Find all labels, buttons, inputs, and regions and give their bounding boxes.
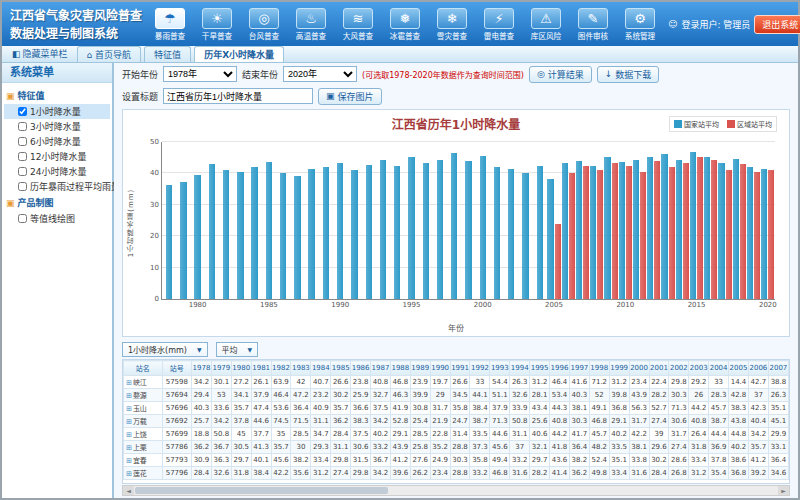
compute-button[interactable]: ◎ 计算结果 — [529, 66, 592, 83]
nav-item-高温普查[interactable]: ♨高温普查 — [289, 8, 333, 41]
column-header-year[interactable]: 1990 — [430, 361, 450, 376]
expand-icon[interactable]: ⊞ — [126, 392, 132, 400]
nav-item-雷电普查[interactable]: ⚡雷电普查 — [477, 8, 521, 41]
tree-group-特征值[interactable]: ▣特征值 — [4, 87, 110, 104]
column-header-year[interactable]: 2007 — [768, 361, 788, 376]
nav-item-暴雨普查[interactable]: ☂暴雨普查 — [148, 8, 192, 41]
start-year-select[interactable]: 1978年 — [163, 66, 237, 82]
nav-item-label: 大风普查 — [337, 30, 379, 40]
column-header-year[interactable]: 1995 — [530, 361, 550, 376]
expand-icon[interactable]: ⊞ — [126, 431, 132, 439]
column-header-year[interactable]: 2003 — [689, 361, 709, 376]
sidebar-item-历年暴雨过程平均雨量[interactable]: 历年暴雨过程平均雨量 — [4, 179, 110, 194]
column-header-year[interactable]: 1982 — [271, 361, 291, 376]
column-header-year[interactable]: 2002 — [669, 361, 689, 376]
item-checkbox[interactable] — [18, 137, 27, 146]
column-header-year[interactable]: 1993 — [490, 361, 510, 376]
column-header-year[interactable]: 1979 — [211, 361, 231, 376]
table-row[interactable]: ⊞峡江5759834.230.127.226.163.94240.726.623… — [124, 376, 789, 389]
save-image-button[interactable]: ▣ 保存图片 — [318, 88, 382, 105]
column-header-year[interactable]: 1998 — [589, 361, 609, 376]
expand-icon[interactable]: ⊞ — [126, 405, 132, 413]
column-header-year[interactable]: 1978 — [192, 361, 212, 376]
item-checkbox[interactable] — [18, 122, 27, 131]
column-header-year[interactable]: 1994 — [510, 361, 530, 376]
metric-dropdown[interactable]: 1小时降水(mm) ▼ — [122, 342, 208, 357]
nav-item-干旱普查[interactable]: ☀干旱普查 — [195, 8, 239, 41]
column-header-year[interactable]: 2001 — [649, 361, 669, 376]
value-cell: 44.3 — [550, 402, 570, 415]
aggregation-dropdown[interactable]: 平均 ▼ — [216, 342, 259, 357]
column-header-year[interactable]: 1985 — [331, 361, 351, 376]
scrollbar-thumb[interactable] — [135, 487, 388, 494]
tree-group-产品制图[interactable]: ▣产品制图 — [4, 194, 110, 211]
table-row[interactable]: ⊞上栗5778636.236.730.541.335.73029.331.130… — [124, 441, 789, 454]
column-header-year[interactable]: 1980 — [231, 361, 251, 376]
column-header-站号[interactable]: 站号 — [162, 361, 191, 376]
column-header-站名[interactable]: 站名 — [124, 361, 163, 376]
column-header-year[interactable]: 1999 — [609, 361, 629, 376]
download-button[interactable]: ↓ 数据下载 — [597, 66, 660, 83]
y-tick-label: 10 — [150, 264, 162, 272]
sidebar-item-等值线绘图[interactable]: 等值线绘图 — [4, 211, 110, 226]
column-header-year[interactable]: 1988 — [390, 361, 410, 376]
nav-item-台风普查[interactable]: ◎台风普查 — [242, 8, 286, 41]
tab-历年X小时降水量[interactable]: 历年X小时降水量 — [194, 46, 284, 62]
sidebar-item-24小时降水量[interactable]: 24小时降水量 — [4, 164, 110, 179]
sidebar-item-6小时降水量[interactable]: 6小时降水量 — [4, 134, 110, 149]
table-row[interactable]: ⊞玉山5769640.333.635.747.453.636.440.935.7… — [124, 402, 789, 415]
item-checkbox[interactable] — [18, 214, 27, 223]
column-header-year[interactable]: 2005 — [729, 361, 749, 376]
item-checkbox[interactable] — [18, 107, 27, 116]
value-cell: 28.4 — [649, 467, 669, 480]
table-row[interactable]: ⊞上饶5769918.850.84537.73528.534.728.437.5… — [124, 428, 789, 441]
tab-特征值[interactable]: 特征值 — [144, 46, 191, 62]
column-header-year[interactable]: 1981 — [251, 361, 271, 376]
column-header-year[interactable]: 1986 — [351, 361, 371, 376]
nav-item-冰雹普查[interactable]: ❅冰雹普查 — [383, 8, 427, 41]
nav-item-雪灾普查[interactable]: ❄雪灾普查 — [430, 8, 474, 41]
sidebar-item-12小时降水量[interactable]: 12小时降水量 — [4, 149, 110, 164]
bar-group-1983 — [233, 142, 247, 299]
column-header-year[interactable]: 1997 — [569, 361, 589, 376]
column-header-year[interactable]: 1989 — [410, 361, 430, 376]
expand-icon[interactable]: ⊞ — [126, 444, 132, 452]
sidebar-item-1小时降水量[interactable]: 1小时降水量 — [4, 104, 110, 119]
column-header-year[interactable]: 2000 — [629, 361, 649, 376]
column-header-year[interactable]: 1991 — [450, 361, 470, 376]
table-row[interactable]: ⊞万载5769225.734.237.844.674.571.531.136.2… — [124, 415, 789, 428]
column-header-year[interactable]: 1992 — [470, 361, 490, 376]
bar-group-2013 — [661, 142, 675, 299]
scroll-left-arrow[interactable]: ◄ — [123, 486, 134, 495]
nav-item-库区风险[interactable]: ⚠库区风险 — [524, 8, 568, 41]
column-header-year[interactable]: 1987 — [371, 361, 391, 376]
expand-icon[interactable]: ⊞ — [126, 379, 132, 387]
column-header-year[interactable]: 1984 — [311, 361, 331, 376]
nav-item-系统管理[interactable]: ⚙系统管理 — [618, 8, 662, 41]
expand-icon[interactable]: ⊞ — [126, 418, 132, 426]
nav-item-图件审核[interactable]: ✎图件审核 — [571, 8, 615, 41]
chart-title-input[interactable] — [163, 88, 313, 104]
logout-button[interactable]: 退出系统 — [754, 15, 800, 34]
scroll-right-arrow[interactable]: ► — [778, 486, 789, 495]
table-row[interactable]: ⊞婺源5769429.45334.137.946.447.223.230.225… — [124, 389, 789, 402]
table-row[interactable]: ⊞莲花5779628.432.631.838.442.235.631.227.4… — [124, 467, 789, 480]
end-year-select[interactable]: 2020年 — [283, 66, 357, 82]
table-row[interactable]: ⊞宜春5779330.936.329.740.145.638.233.429.8… — [124, 454, 789, 467]
item-checkbox[interactable] — [18, 152, 27, 161]
horizontal-scrollbar[interactable]: ◄ ► — [122, 485, 790, 496]
column-header-year[interactable]: 1996 — [550, 361, 570, 376]
column-header-year[interactable]: 2006 — [748, 361, 768, 376]
item-checkbox[interactable] — [18, 167, 27, 176]
value-cell: 34.2 — [748, 428, 768, 441]
column-header-year[interactable]: 2004 — [709, 361, 729, 376]
nav-item-大风普查[interactable]: ≋大风普查 — [336, 8, 380, 41]
expand-icon[interactable]: ⊞ — [126, 470, 132, 478]
sidebar-item-3小时降水量[interactable]: 3小时降水量 — [4, 119, 110, 134]
hide-menu-button[interactable]: ◧ 隐藏菜单栏 — [6, 46, 74, 62]
bar-区域站平均 — [754, 172, 760, 299]
tab-首页导航[interactable]: ⌂ 首页导航 — [77, 46, 142, 62]
item-checkbox[interactable] — [18, 182, 27, 191]
expand-icon[interactable]: ⊞ — [126, 457, 132, 465]
column-header-year[interactable]: 1983 — [291, 361, 311, 376]
